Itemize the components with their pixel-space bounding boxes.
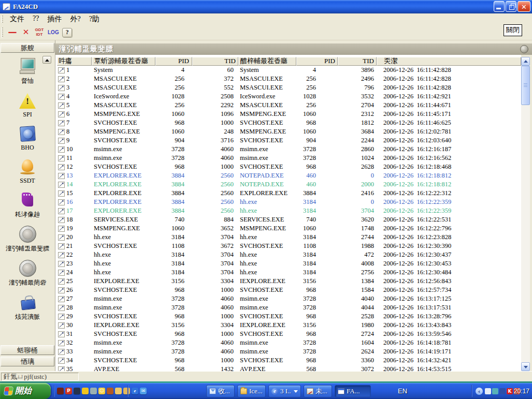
vertical-scrollbar[interactable] — [521, 57, 530, 371]
taskbar-task-3[interactable]: 未... — [304, 385, 332, 397]
table-row[interactable]: 1System460System438962006-12-26 16:11:42… — [57, 66, 521, 75]
table-row[interactable]: 32msimn.exe37284060msimn.exe372816042006… — [57, 338, 521, 347]
column-header-6[interactable]: TID — [338, 57, 377, 66]
table-row[interactable]: 9SVCHOST.EXE9043716SVCHOST.EXE9042244200… — [57, 136, 521, 145]
log-button[interactable]: LOG — [48, 27, 59, 38]
scroll-down-arrow-icon[interactable] — [521, 362, 530, 371]
table-row[interactable]: 7SVCHOST.EXE9681000SVCHOST.EXE9681812200… — [57, 119, 521, 127]
sidebar-group-file[interactable]: 恓璃 — [1, 357, 54, 366]
restore-button[interactable] — [506, 1, 516, 12]
antivirus-tray-icon[interactable] — [492, 388, 498, 394]
sidebar-item-bell[interactable]: SSDT — [0, 158, 55, 185]
menu-item-2[interactable]: 插件 — [43, 14, 66, 24]
sidebar-item-film[interactable]: 耗涍像赸 — [0, 191, 55, 219]
table-row[interactable]: 35AVP.EXE5681432AVP.EXE56830722006-12-26… — [57, 365, 521, 371]
table-row[interactable]: 8MSMPENG.EXE1060248MSMPENG.EXE1060368420… — [57, 127, 521, 136]
sidebar-item-toolbox[interactable]: 烗芫潰脈 — [0, 294, 55, 321]
media-player-icon[interactable] — [74, 388, 80, 394]
table-row[interactable]: 12SVCHOST.EXE9681000SVCHOST.EXE968262820… — [57, 162, 521, 171]
scroll-up-arrow-icon[interactable] — [521, 57, 530, 66]
qq-icon[interactable] — [90, 388, 97, 394]
table-cell: 3156 — [296, 277, 338, 286]
table-row[interactable]: 6MSMPENG.EXE10601096MSMPENG.EXE106023122… — [57, 110, 521, 119]
paint-icon[interactable] — [107, 388, 113, 394]
table-row[interactable]: 13EXPLORER.EXE38842560NOTEPAD.EXE4600200… — [57, 171, 521, 180]
table-row[interactable]: 5MSASCUI.EXE2562292MSASCUI.EXE2562704200… — [57, 101, 521, 110]
sidebar-item-folder-globe[interactable]: BHO — [0, 125, 55, 152]
taskbar-task-4[interactable]: FA... — [335, 385, 371, 397]
ie-icon[interactable]: e — [132, 388, 138, 394]
table-row[interactable]: 25IEXPLORE.EXE31563304IEXPLORE.EXE315613… — [57, 277, 521, 286]
taskbar-task-0[interactable]: 收... — [206, 385, 235, 397]
column-header-0[interactable]: 吽癟 — [57, 57, 92, 66]
table-row[interactable]: 20hh.exe31843704hh.exe318427442006-12-26… — [57, 233, 521, 242]
language-indicator[interactable]: EN — [398, 387, 407, 395]
sidebar-item-sphere2[interactable]: 潼弜輔最菵砦 — [0, 260, 55, 287]
taskbar-task-1[interactable]: Ice... — [237, 385, 266, 397]
table-row[interactable]: 19MSMPENG.EXE10603652MSMPENG.EXE10601748… — [57, 224, 521, 233]
smiley-icon[interactable]: ☺ — [98, 388, 105, 394]
dropdown-caret-icon — [294, 390, 298, 393]
table-row[interactable]: 30IEXPLORE.EXE31563304IEXPLORE.EXE315619… — [57, 321, 521, 330]
menu-item-0[interactable]: 文件 — [6, 14, 28, 24]
table-row[interactable]: 33msimn.exe37284060msimn.exe372826242006… — [57, 347, 521, 356]
table-row[interactable]: 29SVCHOST.EXE9681000SVCHOST.EXE968252820… — [57, 312, 521, 321]
sidebar-scroll-up-button[interactable] — [42, 56, 51, 64]
tray-chevron-icon[interactable]: ‹ — [476, 388, 483, 395]
table-row[interactable]: 14EXPLORER.EXE38842560NOTEPAD.EXE4602000… — [57, 180, 521, 189]
pictures-icon[interactable] — [123, 388, 130, 394]
column-header-5[interactable]: PID — [296, 57, 338, 66]
table-row[interactable]: 11msimn.exe37284060msimn.exe372810242006… — [57, 154, 521, 162]
remove-button[interactable]: — — [7, 27, 18, 38]
table-row[interactable]: 16EXPLORER.EXE38842560hh.exe318402006-12… — [57, 198, 521, 206]
help-icon[interactable]: ? — [62, 28, 72, 37]
table-cell: 1028 — [155, 92, 192, 101]
sidebar-item-warning-triangle[interactable]: SPI — [0, 92, 55, 119]
table-row[interactable]: 3MSASCUI.EXE256552MSASCUI.EXE2567962006-… — [57, 83, 521, 92]
delete-button[interactable]: ✕ — [21, 27, 31, 38]
outlook-express-icon[interactable]: ✉ — [140, 388, 147, 394]
toolbar-gripper[interactable] — [2, 27, 3, 38]
table-row[interactable]: 34SVCHOST.EXE9681000SVCHOST.EXE968336020… — [57, 356, 521, 365]
sidebar-group-registry[interactable]: 蛞聊桶 — [1, 345, 54, 355]
sidebar-group-view[interactable]: 脈艘 — [1, 43, 54, 53]
table-row[interactable]: 10msimn.exe37284060msimn.exe372828602006… — [57, 145, 521, 154]
kaspersky-tray-icon[interactable]: K — [507, 388, 513, 394]
table-row[interactable]: 27msimn.exe37284060msimn.exe372840402006… — [57, 294, 521, 303]
table-row[interactable]: 15EXPLORER.EXE38842560EXPLORER.EXE388424… — [57, 189, 521, 198]
menubar-gripper[interactable] — [2, 16, 3, 23]
column-header-3[interactable]: TID — [192, 57, 238, 66]
table-row[interactable]: 26SVCHOST.EXE9681000SVCHOST.EXE968158420… — [57, 286, 521, 294]
menu-item-1[interactable]: ?? — [28, 14, 43, 24]
table-row[interactable]: 23hh.exe31843704hh.exe318440082006-12-26… — [57, 259, 521, 268]
program-p-icon[interactable]: P — [65, 388, 72, 394]
minimize-button[interactable] — [494, 1, 505, 12]
table-row[interactable]: 21SVCHOST.EXE11083672SVCHOST.EXE11081988… — [57, 242, 521, 250]
gdt-idt-button[interactable]: GDT IDT — [34, 27, 45, 38]
table-row[interactable]: 2MSASCUI.EXE256372MSASCUI.EXE25624962006… — [57, 75, 521, 83]
winamp-icon[interactable] — [82, 388, 89, 394]
close-button[interactable] — [517, 1, 530, 12]
table-row[interactable]: 31SVCHOST.EXE9681000SVCHOST.EXE968272420… — [57, 330, 521, 338]
sidebar-item-sphere[interactable]: 潼弜輔盄最斐膘 — [0, 226, 55, 253]
network-tray-icon[interactable] — [499, 388, 506, 394]
column-header-4[interactable]: 醴梓輔最茬香廳 — [238, 57, 296, 66]
menu-item-4[interactable]: ?助 — [85, 14, 104, 24]
realplayer-icon[interactable] — [57, 388, 64, 394]
icesword-tray-icon[interactable] — [485, 388, 491, 394]
table-row[interactable]: 24hh.exe31843704hh.exe318427562006-12-26… — [57, 268, 521, 277]
table-row[interactable]: 17EXPLORER.EXE38842560hh.exe318437042006… — [57, 206, 521, 215]
table-row[interactable]: 18SERVICES.EXE740884SERVICES.EXE74036202… — [57, 215, 521, 224]
taskbar-task-2[interactable]: 3 I... — [268, 385, 301, 397]
table-row[interactable]: 4IceSword.exe10282508IceSword.exe1028353… — [57, 92, 521, 101]
column-header-2[interactable]: PID — [155, 57, 192, 66]
menu-item-3[interactable]: 外? — [66, 14, 84, 24]
column-header-1[interactable]: 覃蚚源輔最茬香廳 — [92, 57, 155, 66]
folder-icon[interactable] — [115, 388, 122, 394]
table-row[interactable]: 22hh.exe31843704hh.exe31844722006-12-26 … — [57, 250, 521, 259]
table-row[interactable]: 28msimn.exe37284060msimn.exe372840442006… — [57, 303, 521, 312]
clock[interactable]: 20:17 — [514, 388, 529, 395]
start-button[interactable]: 開始 — [0, 383, 51, 399]
scrollbar-thumb[interactable] — [521, 66, 530, 105]
column-header-7[interactable]: 奀潔 — [377, 57, 521, 66]
